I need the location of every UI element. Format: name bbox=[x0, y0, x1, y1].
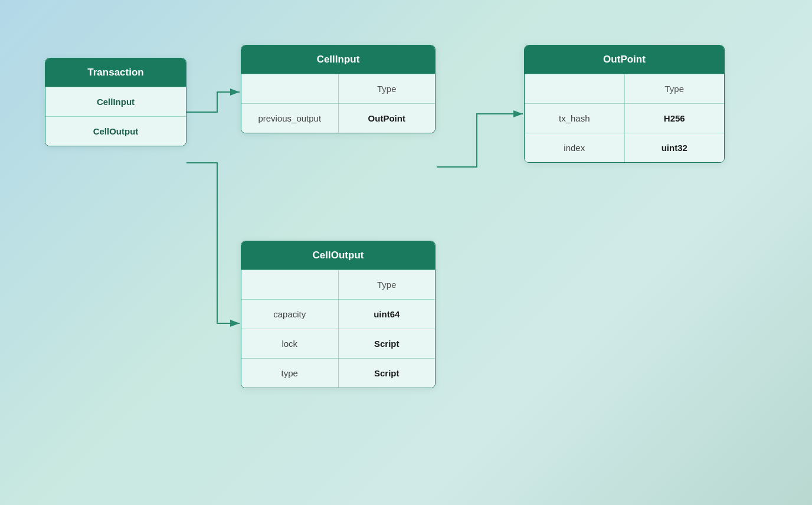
outpoint-table: OutPoint Type tx_hash H256 index uint32 bbox=[524, 45, 725, 163]
cellinput-type-field-empty bbox=[241, 74, 339, 103]
transaction-header: Transaction bbox=[45, 58, 186, 87]
cellinput-previous-output-type: OutPoint bbox=[339, 104, 436, 133]
celloutput-capacity-field: capacity bbox=[241, 300, 339, 329]
arrow-transaction-to-celloutput bbox=[186, 163, 240, 323]
cellinput-previous-output-row: previous_output OutPoint bbox=[241, 103, 435, 133]
cellinput-previous-output-field: previous_output bbox=[241, 104, 339, 133]
cellinput-table: CellInput Type previous_output OutPoint bbox=[241, 45, 436, 133]
outpoint-type-header: Type bbox=[625, 74, 725, 103]
celloutput-header: CellOutput bbox=[241, 241, 435, 270]
transaction-row-cellinput: CellInput bbox=[45, 87, 186, 116]
celloutput-type-header: Type bbox=[339, 270, 436, 299]
arrow-transaction-to-cellinput bbox=[186, 92, 240, 112]
celloutput-type-data-field: type bbox=[241, 359, 339, 388]
outpoint-txhash-row: tx_hash H256 bbox=[525, 103, 724, 133]
outpoint-index-type: uint32 bbox=[625, 133, 725, 162]
outpoint-txhash-field: tx_hash bbox=[525, 104, 625, 133]
celloutput-table: CellOutput Type capacity uint64 lock Scr… bbox=[241, 241, 436, 388]
arrow-cellinput-to-outpoint bbox=[437, 114, 523, 167]
outpoint-type-field-empty bbox=[525, 74, 625, 103]
celloutput-type-row: Type bbox=[241, 270, 435, 299]
celloutput-type-data-type: Script bbox=[339, 359, 436, 388]
outpoint-header: OutPoint bbox=[525, 45, 724, 74]
celloutput-rows: Type capacity uint64 lock Script type Sc… bbox=[241, 270, 435, 388]
transaction-celloutput-label: CellOutput bbox=[45, 117, 186, 146]
transaction-cellinput-label: CellInput bbox=[45, 87, 186, 116]
transaction-rows: CellInput CellOutput bbox=[45, 87, 186, 146]
outpoint-txhash-type: H256 bbox=[625, 104, 725, 133]
cellinput-header: CellInput bbox=[241, 45, 435, 74]
celloutput-lock-type: Script bbox=[339, 329, 436, 358]
outpoint-index-row: index uint32 bbox=[525, 133, 724, 162]
cellinput-type-header: Type bbox=[339, 74, 436, 103]
diagram: Transaction CellInput CellOutput CellInp… bbox=[28, 22, 784, 483]
cellinput-type-row: Type bbox=[241, 74, 435, 103]
outpoint-index-field: index bbox=[525, 133, 625, 162]
celloutput-type-field-empty bbox=[241, 270, 339, 299]
celloutput-capacity-type: uint64 bbox=[339, 300, 436, 329]
transaction-table: Transaction CellInput CellOutput bbox=[45, 58, 186, 146]
celloutput-lock-field: lock bbox=[241, 329, 339, 358]
transaction-row-celloutput: CellOutput bbox=[45, 116, 186, 146]
outpoint-type-row: Type bbox=[525, 74, 724, 103]
celloutput-capacity-row: capacity uint64 bbox=[241, 299, 435, 329]
celloutput-lock-row: lock Script bbox=[241, 329, 435, 358]
cellinput-rows: Type previous_output OutPoint bbox=[241, 74, 435, 133]
outpoint-rows: Type tx_hash H256 index uint32 bbox=[525, 74, 724, 162]
celloutput-type-data-row: type Script bbox=[241, 358, 435, 388]
